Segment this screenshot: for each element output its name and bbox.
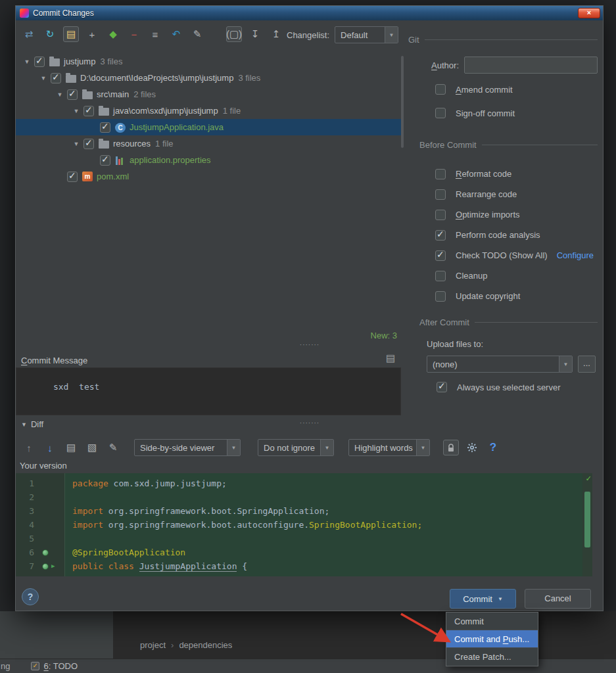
collapse-all-icon[interactable]: ↥ [268,26,284,42]
before-commit-checkbox[interactable]: Update copyright [435,286,594,306]
checkbox[interactable] [435,189,446,200]
signoff-commit-checkbox[interactable]: Sign-off commit [435,108,515,118]
commit-message-input[interactable]: sxd test [16,367,401,415]
tree-row[interactable]: D:\document\IdeaProjects\jump\justjump3 … [16,70,401,86]
message-history-icon[interactable] [384,352,397,365]
upload-server-select[interactable]: (none) [427,356,573,373]
previous-difference-icon[interactable]: ↑ [21,440,37,455]
before-commit-checkbox[interactable]: Cleanup [435,266,594,286]
configure-link[interactable]: Configure [557,250,594,260]
settings-gear-icon[interactable] [464,440,480,455]
chevron-down-icon[interactable] [385,27,398,43]
chevron-down-icon[interactable] [320,440,333,455]
disable-editing-lock-icon[interactable] [443,440,459,455]
author-input[interactable] [464,57,598,74]
tree-scrollbar[interactable] [401,56,404,148]
checkbox[interactable] [67,89,78,100]
background-editor-area [113,611,616,659]
commit-button[interactable]: Commit [450,589,516,609]
editor-scrollbar[interactable] [582,473,592,576]
editor-scroll-thumb[interactable] [584,492,590,547]
checkbox[interactable] [34,57,45,67]
before-commit-checkbox[interactable]: Perform code analysis [435,225,594,245]
viewer-mode-select[interactable]: Side-by-side viewer [134,439,241,456]
tree-row[interactable]: application.properties [16,152,401,168]
directory-grouping-icon[interactable]: (▢) [226,26,242,42]
checkbox[interactable] [435,84,446,95]
checkbox[interactable] [435,108,446,118]
breadcrumb-item[interactable]: dependencies [179,640,232,650]
expander-icon[interactable] [20,58,34,65]
breadcrumb-item[interactable]: project [140,640,166,650]
tree-row[interactable]: CJustjumpApplication.java [16,119,401,135]
checkbox[interactable] [435,210,446,220]
checkbox[interactable] [435,169,446,179]
next-difference-icon[interactable]: ↓ [42,440,58,455]
cancel-button[interactable]: Cancel [525,589,591,609]
run-gutter-icon[interactable] [51,563,55,569]
edit-source-icon[interactable]: ✎ [189,26,205,42]
checkbox[interactable] [83,106,94,116]
checkbox[interactable] [435,291,446,302]
edit-source-icon[interactable]: ✎ [105,440,121,455]
todo-toolwindow-button[interactable]: 6: TODO [31,661,78,671]
rollback-icon[interactable]: ↶ [168,26,184,42]
new-changelist-icon[interactable]: ◆ [105,26,121,42]
menu-item[interactable]: Commit and Push... [446,630,538,648]
add-icon[interactable]: + [84,26,100,42]
before-commit-checkbox[interactable]: Reformat code [435,164,594,184]
chevron-down-icon[interactable] [559,356,572,372]
before-commit-checkbox[interactable]: Optimize imports [435,204,594,225]
tree-row[interactable]: mpom.xml [16,168,401,185]
checkbox[interactable] [435,230,446,241]
chevron-down-icon[interactable] [416,440,429,455]
checkbox[interactable] [100,122,110,133]
splitter-handle[interactable] [280,419,339,427]
expander-icon[interactable] [53,91,67,98]
tree-row[interactable]: java\com\sxd\jump\justjump1 file [16,103,401,119]
checkbox[interactable] [435,271,446,281]
expander-icon[interactable] [69,141,83,147]
menu-item[interactable]: Create Patch... [446,648,538,666]
browse-servers-button[interactable]: ... [578,356,596,373]
before-commit-checkbox[interactable]: Rearrange code [435,184,594,204]
remove-icon[interactable]: − [126,26,142,42]
chevron-down-icon[interactable] [498,596,503,602]
checkbox[interactable] [437,382,447,392]
amend-commit-checkbox[interactable]: Amend commit [435,84,513,95]
collapse-triangle-icon[interactable] [21,421,27,428]
chevron-down-icon[interactable] [227,440,240,455]
help-button[interactable]: ? [22,588,39,605]
checkbox[interactable] [67,172,78,182]
go-to-changed-file-icon[interactable]: ▤ [63,440,79,455]
move-to-changelist-icon[interactable]: ▤ [63,26,79,42]
expander-icon[interactable] [69,108,83,114]
refresh-icon[interactable]: ↻ [42,26,58,42]
expand-all-icon[interactable]: ↧ [247,26,263,42]
show-diff-icon[interactable]: ⇄ [21,26,37,42]
checkbox[interactable] [100,155,110,166]
diff-nav-icons: ↑↓▤▧✎ [21,440,121,455]
before-commit-checkbox[interactable]: Check TODO (Show All)Configure [435,245,594,266]
tree-row[interactable]: src\main2 files [16,86,401,103]
whitespace-ignore-select[interactable]: Do not ignore [258,439,334,456]
tree-row[interactable]: resources1 file [16,135,401,152]
checkbox[interactable] [435,250,446,261]
always-use-server-checkbox[interactable]: Always use selected server [437,382,561,392]
changelist-select[interactable]: Default [335,26,398,43]
help-icon[interactable]: ? [485,440,501,455]
bean-gutter-icon[interactable] [42,549,49,556]
tree-row[interactable]: justjump3 files [16,53,401,70]
bean-gutter-icon[interactable] [42,563,49,570]
menu-item[interactable]: Commit [446,613,538,630]
jump-to-source-icon[interactable]: ▧ [84,440,100,455]
splitter-handle[interactable] [280,341,339,348]
checkbox[interactable] [51,73,61,83]
author-label: Author: [410,60,459,70]
diff-editor[interactable]: 1package com.sxd.jump.justjump;23import … [16,473,592,576]
highlight-mode-select[interactable]: Highlight words [348,439,430,456]
diff-section-header[interactable]: Diff [21,419,43,429]
checkbox[interactable] [83,139,94,149]
expander-icon[interactable] [36,75,51,81]
group-icon[interactable]: ≡ [147,26,163,42]
